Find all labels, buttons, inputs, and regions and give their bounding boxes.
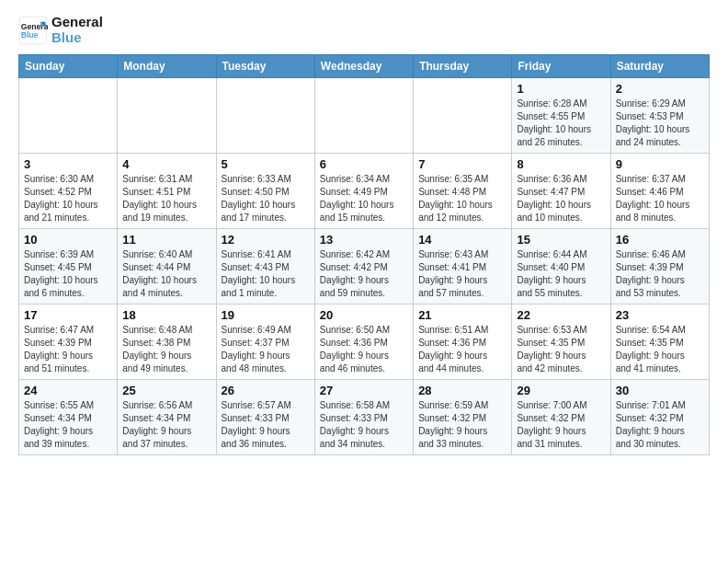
- day-number: 16: [616, 233, 704, 247]
- day-info: Sunrise: 6:54 AMSunset: 4:35 PMDaylight:…: [616, 324, 704, 375]
- day-number: 4: [122, 157, 210, 171]
- calendar-cell: [216, 78, 314, 154]
- calendar-cell: 17Sunrise: 6:47 AMSunset: 4:39 PMDayligh…: [19, 304, 118, 380]
- day-info: Sunrise: 6:28 AMSunset: 4:55 PMDaylight:…: [517, 98, 605, 149]
- day-number: 8: [517, 157, 605, 171]
- calendar-week-2: 10Sunrise: 6:39 AMSunset: 4:45 PMDayligh…: [19, 229, 710, 304]
- calendar-cell: 27Sunrise: 6:58 AMSunset: 4:33 PMDayligh…: [314, 380, 413, 455]
- calendar-cell: 20Sunrise: 6:50 AMSunset: 4:36 PMDayligh…: [314, 304, 413, 380]
- day-info: Sunrise: 6:59 AMSunset: 4:32 PMDaylight:…: [418, 399, 506, 451]
- calendar-cell: 7Sunrise: 6:35 AMSunset: 4:48 PMDaylight…: [414, 154, 512, 229]
- calendar-cell: 16Sunrise: 6:46 AMSunset: 4:39 PMDayligh…: [610, 229, 709, 304]
- day-info: Sunrise: 6:43 AMSunset: 4:41 PMDaylight:…: [418, 248, 506, 300]
- day-info: Sunrise: 6:40 AMSunset: 4:44 PMDaylight:…: [122, 248, 210, 300]
- day-number: 5: [222, 157, 310, 171]
- logo-text: General Blue: [51, 15, 103, 45]
- calendar-cell: 15Sunrise: 6:44 AMSunset: 4:40 PMDayligh…: [512, 229, 610, 304]
- calendar-cell: 8Sunrise: 6:36 AMSunset: 4:47 PMDaylight…: [512, 154, 610, 229]
- calendar-cell: 19Sunrise: 6:49 AMSunset: 4:37 PMDayligh…: [216, 304, 314, 380]
- weekday-header-saturday: Saturday: [610, 55, 709, 78]
- calendar-cell: [19, 78, 118, 154]
- day-info: Sunrise: 6:35 AMSunset: 4:48 PMDaylight:…: [418, 173, 506, 224]
- weekday-header-friday: Friday: [512, 55, 610, 78]
- day-info: Sunrise: 7:01 AMSunset: 4:32 PMDaylight:…: [616, 399, 704, 451]
- calendar-week-1: 3Sunrise: 6:30 AMSunset: 4:52 PMDaylight…: [19, 154, 710, 229]
- calendar-body: 1Sunrise: 6:28 AMSunset: 4:55 PMDaylight…: [19, 78, 710, 455]
- day-number: 15: [517, 233, 605, 247]
- day-info: Sunrise: 7:00 AMSunset: 4:32 PMDaylight:…: [517, 399, 605, 451]
- weekday-header-monday: Monday: [118, 55, 216, 78]
- day-number: 14: [418, 233, 506, 247]
- calendar-cell: 28Sunrise: 6:59 AMSunset: 4:32 PMDayligh…: [414, 380, 512, 455]
- logo: General Blue General Blue: [18, 15, 103, 45]
- calendar-cell: 26Sunrise: 6:57 AMSunset: 4:33 PMDayligh…: [216, 380, 314, 455]
- calendar-table: SundayMondayTuesdayWednesdayThursdayFrid…: [18, 54, 710, 455]
- day-number: 21: [418, 308, 506, 322]
- calendar-cell: 13Sunrise: 6:42 AMSunset: 4:42 PMDayligh…: [314, 229, 413, 304]
- day-info: Sunrise: 6:42 AMSunset: 4:42 PMDaylight:…: [320, 248, 408, 300]
- calendar-cell: 21Sunrise: 6:51 AMSunset: 4:36 PMDayligh…: [414, 304, 512, 380]
- day-number: 28: [418, 384, 506, 397]
- day-number: 25: [122, 384, 210, 397]
- weekday-header-thursday: Thursday: [414, 55, 512, 78]
- day-info: Sunrise: 6:53 AMSunset: 4:35 PMDaylight:…: [517, 324, 605, 375]
- day-info: Sunrise: 6:31 AMSunset: 4:51 PMDaylight:…: [122, 173, 210, 224]
- calendar-cell: 5Sunrise: 6:33 AMSunset: 4:50 PMDaylight…: [216, 154, 314, 229]
- day-number: 18: [122, 308, 210, 322]
- day-number: 12: [222, 233, 310, 247]
- calendar-cell: 4Sunrise: 6:31 AMSunset: 4:51 PMDaylight…: [118, 154, 216, 229]
- calendar-cell: 2Sunrise: 6:29 AMSunset: 4:53 PMDaylight…: [610, 78, 709, 154]
- day-number: 20: [320, 308, 408, 322]
- calendar-week-3: 17Sunrise: 6:47 AMSunset: 4:39 PMDayligh…: [19, 304, 710, 380]
- weekday-header-wednesday: Wednesday: [314, 55, 413, 78]
- calendar-cell: 9Sunrise: 6:37 AMSunset: 4:46 PMDaylight…: [610, 154, 709, 229]
- calendar-cell: 23Sunrise: 6:54 AMSunset: 4:35 PMDayligh…: [610, 304, 709, 380]
- calendar-header: SundayMondayTuesdayWednesdayThursdayFrid…: [19, 55, 710, 78]
- day-info: Sunrise: 6:36 AMSunset: 4:47 PMDaylight:…: [517, 173, 605, 224]
- calendar-cell: [118, 78, 216, 154]
- day-info: Sunrise: 6:50 AMSunset: 4:36 PMDaylight:…: [320, 324, 408, 375]
- day-info: Sunrise: 6:37 AMSunset: 4:46 PMDaylight:…: [616, 173, 704, 224]
- day-number: 2: [616, 82, 704, 96]
- svg-text:Blue: Blue: [21, 30, 39, 40]
- day-info: Sunrise: 6:41 AMSunset: 4:43 PMDaylight:…: [222, 248, 310, 300]
- weekday-header-tuesday: Tuesday: [216, 55, 314, 78]
- day-number: 19: [222, 308, 310, 322]
- day-number: 27: [320, 384, 408, 397]
- day-info: Sunrise: 6:49 AMSunset: 4:37 PMDaylight:…: [222, 324, 310, 375]
- calendar-cell: 6Sunrise: 6:34 AMSunset: 4:49 PMDaylight…: [314, 154, 413, 229]
- day-number: 11: [122, 233, 210, 247]
- day-info: Sunrise: 6:55 AMSunset: 4:34 PMDaylight:…: [24, 399, 112, 451]
- calendar-cell: 10Sunrise: 6:39 AMSunset: 4:45 PMDayligh…: [19, 229, 118, 304]
- day-number: 23: [616, 308, 704, 322]
- day-number: 3: [24, 157, 112, 171]
- day-number: 6: [320, 157, 408, 171]
- calendar-cell: 24Sunrise: 6:55 AMSunset: 4:34 PMDayligh…: [19, 380, 118, 455]
- day-number: 22: [517, 308, 605, 322]
- calendar-cell: 30Sunrise: 7:01 AMSunset: 4:32 PMDayligh…: [610, 380, 709, 455]
- day-number: 29: [517, 384, 605, 397]
- day-number: 1: [517, 82, 605, 96]
- day-number: 17: [24, 308, 112, 322]
- calendar-cell: 3Sunrise: 6:30 AMSunset: 4:52 PMDaylight…: [19, 154, 118, 229]
- day-number: 13: [320, 233, 408, 247]
- day-info: Sunrise: 6:58 AMSunset: 4:33 PMDaylight:…: [320, 399, 408, 451]
- calendar-cell: 11Sunrise: 6:40 AMSunset: 4:44 PMDayligh…: [118, 229, 216, 304]
- day-number: 30: [616, 384, 704, 397]
- day-info: Sunrise: 6:39 AMSunset: 4:45 PMDaylight:…: [24, 248, 112, 300]
- calendar-cell: 1Sunrise: 6:28 AMSunset: 4:55 PMDaylight…: [512, 78, 610, 154]
- header: General Blue General Blue: [18, 15, 710, 45]
- day-number: 7: [418, 157, 506, 171]
- weekday-header-row: SundayMondayTuesdayWednesdayThursdayFrid…: [19, 55, 710, 78]
- day-info: Sunrise: 6:29 AMSunset: 4:53 PMDaylight:…: [616, 98, 704, 149]
- calendar-cell: [314, 78, 413, 154]
- day-number: 26: [222, 384, 310, 397]
- calendar-cell: 25Sunrise: 6:56 AMSunset: 4:34 PMDayligh…: [118, 380, 216, 455]
- day-info: Sunrise: 6:44 AMSunset: 4:40 PMDaylight:…: [517, 248, 605, 300]
- day-number: 24: [24, 384, 112, 397]
- day-info: Sunrise: 6:30 AMSunset: 4:52 PMDaylight:…: [24, 173, 112, 224]
- calendar-cell: 14Sunrise: 6:43 AMSunset: 4:41 PMDayligh…: [414, 229, 512, 304]
- weekday-header-sunday: Sunday: [19, 55, 118, 78]
- day-info: Sunrise: 6:33 AMSunset: 4:50 PMDaylight:…: [222, 173, 310, 224]
- calendar-cell: 18Sunrise: 6:48 AMSunset: 4:38 PMDayligh…: [118, 304, 216, 380]
